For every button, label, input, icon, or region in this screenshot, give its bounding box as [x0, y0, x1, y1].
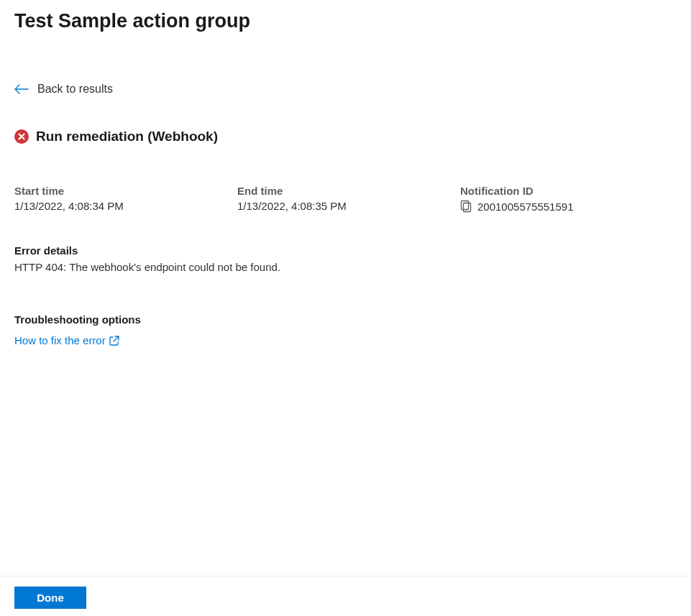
- how-to-fix-link[interactable]: How to fix the error: [14, 334, 120, 346]
- status-header: Run remediation (Webhook): [14, 129, 677, 144]
- error-details-header: Error details: [14, 244, 677, 257]
- svg-rect-1: [464, 203, 471, 212]
- done-button[interactable]: Done: [14, 587, 86, 609]
- end-time-label: End time: [237, 185, 460, 197]
- notification-id-label: Notification ID: [460, 185, 573, 197]
- troubleshooting-header: Troubleshooting options: [14, 313, 677, 326]
- arrow-left-icon: [14, 84, 29, 94]
- details-grid: Start time 1/13/2022, 4:08:34 PM End tim…: [14, 185, 677, 213]
- error-details-message: HTTP 404: The webhook's endpoint could n…: [14, 261, 677, 273]
- notification-id-block: Notification ID 2001005575551591: [460, 185, 573, 213]
- back-to-results-label: Back to results: [37, 83, 113, 96]
- page-title: Test Sample action group: [14, 10, 677, 32]
- footer-bar: Done: [0, 576, 691, 616]
- end-time-value: 1/13/2022, 4:08:35 PM: [237, 200, 460, 212]
- how-to-fix-label: How to fix the error: [14, 334, 106, 346]
- start-time-value: 1/13/2022, 4:08:34 PM: [14, 200, 237, 212]
- start-time-label: Start time: [14, 185, 237, 197]
- external-link-icon: [109, 335, 120, 346]
- error-circle-icon: [14, 129, 29, 144]
- status-title: Run remediation (Webhook): [36, 129, 218, 144]
- copy-icon[interactable]: [460, 200, 472, 213]
- start-time-block: Start time 1/13/2022, 4:08:34 PM: [14, 185, 237, 213]
- end-time-block: End time 1/13/2022, 4:08:35 PM: [237, 185, 460, 213]
- back-to-results-link[interactable]: Back to results: [14, 83, 113, 96]
- notification-id-value: 2001005575551591: [477, 201, 573, 213]
